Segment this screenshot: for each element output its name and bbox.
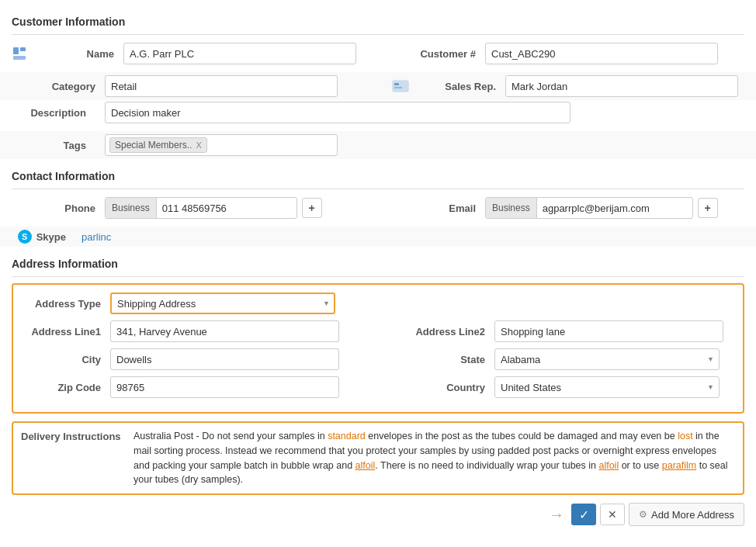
delivery-label: Delivery Instructions: [21, 431, 121, 442]
add-email-button[interactable]: +: [698, 198, 718, 218]
tags-row: Tags Special Members.. X: [0, 131, 756, 159]
tag-label: Special Members..: [115, 140, 192, 151]
tag-special-members: Special Members.. X: [109, 137, 207, 153]
tags-container: Special Members.. X: [105, 134, 338, 156]
state-label: State: [405, 354, 494, 365]
email-input-group: Business: [485, 197, 693, 219]
address-info-title: Address Information: [12, 258, 744, 270]
city-state-row: City State Alabama Alaska Arizona Califo…: [25, 348, 731, 370]
address-type-row: Address Type Shipping Address Billing Ad…: [25, 293, 731, 314]
contact-divider: [12, 189, 744, 189]
addr-line1-label: Address Line1: [25, 326, 110, 338]
sales-rep-input[interactable]: [505, 75, 738, 97]
address-type-select[interactable]: Shipping Address Billing Address Other: [110, 293, 335, 314]
gear-icon: ⚙: [639, 509, 647, 520]
category-input[interactable]: [105, 75, 338, 97]
state-select-wrapper: Alabama Alaska Arizona California Texas: [494, 348, 720, 370]
description-input[interactable]: [105, 102, 570, 123]
addr-line2-label: Address Line2: [405, 326, 494, 338]
add-phone-button[interactable]: +: [302, 198, 322, 218]
city-label: City: [25, 354, 110, 365]
category-label: Category: [12, 81, 105, 92]
skype-row: S Skype parlinc: [0, 227, 756, 247]
zip-input[interactable]: [110, 376, 339, 398]
sales-rep-col-right: Sales Rep.: [392, 75, 744, 97]
name-label: Name: [30, 48, 123, 60]
state-select[interactable]: Alabama Alaska Arizona California Texas: [494, 348, 720, 370]
cancel-button[interactable]: ✕: [600, 504, 625, 525]
category-col-left: Category: [12, 75, 392, 97]
customer-divider: [12, 34, 744, 35]
svg-rect-1: [20, 47, 26, 51]
bottom-actions: → ✓ ✕ ⚙ Add More Address: [12, 503, 744, 526]
customer-icon: [12, 46, 27, 61]
name-row: Name Customer #: [12, 41, 744, 66]
country-label: Country: [405, 382, 494, 393]
zip-country-row: Zip Code Country United States Canada Un…: [25, 376, 731, 398]
skype-col: S Skype parlinc: [12, 230, 392, 244]
arrow-icon: →: [549, 506, 564, 524]
category-row: Category Sales Rep.: [0, 72, 756, 100]
confirm-button[interactable]: ✓: [571, 504, 596, 525]
svg-rect-5: [394, 87, 402, 88]
address-lines-row: Address Line1 Address Line2: [25, 320, 731, 342]
customer-num-label: Customer #: [392, 48, 485, 60]
description-row: Description: [12, 100, 744, 125]
cancel-icon: ✕: [608, 508, 617, 521]
skype-label: Skype: [36, 231, 75, 243]
delivery-instructions-box: Delivery Instructions Australia Post - D…: [12, 421, 744, 495]
tags-label: Tags: [64, 140, 95, 151]
country-select-wrapper: United States Canada United Kingdom Aust…: [494, 376, 720, 398]
skype-icon: S: [18, 230, 32, 244]
addr-line2-input[interactable]: [494, 320, 723, 342]
email-col: Email Business +: [392, 197, 744, 219]
country-select[interactable]: United States Canada United Kingdom Aust…: [494, 376, 720, 398]
address-form-section: Address Type Shipping Address Billing Ad…: [12, 283, 744, 414]
zip-label: Zip Code: [25, 382, 110, 393]
sales-rep-label: Sales Rep.: [412, 81, 505, 92]
city-input[interactable]: [110, 348, 339, 370]
phone-email-row: Phone Business + Email Business +: [12, 196, 744, 220]
delivery-text: Australia Post - Do not send your sample…: [134, 429, 735, 487]
sales-rep-icon: [392, 80, 409, 92]
address-type-label: Address Type: [25, 298, 110, 310]
email-label: Email: [392, 203, 485, 214]
customer-info-title: Customer Information: [12, 16, 744, 28]
contact-info-title: Contact Information: [12, 170, 744, 182]
address-type-select-wrapper: Shipping Address Billing Address Other: [110, 293, 335, 314]
phone-input-group: Business: [105, 197, 297, 219]
phone-input[interactable]: [157, 199, 297, 217]
svg-rect-0: [13, 47, 19, 54]
check-icon: ✓: [579, 507, 589, 522]
phone-label: Phone: [12, 203, 105, 214]
svg-rect-2: [13, 56, 26, 60]
name-input[interactable]: [123, 43, 356, 64]
name-col-left: Name: [12, 43, 392, 64]
tag-close-icon[interactable]: X: [196, 140, 201, 150]
customer-num-col-right: Customer #: [392, 43, 744, 64]
skype-link[interactable]: parlinc: [81, 231, 111, 243]
svg-rect-4: [394, 83, 399, 85]
address-divider: [12, 276, 744, 277]
email-input[interactable]: [537, 199, 692, 217]
description-label: Description: [30, 107, 95, 119]
phone-col: Phone Business +: [12, 197, 392, 219]
customer-num-input[interactable]: [485, 43, 718, 64]
svg-rect-3: [393, 81, 408, 92]
add-more-address-button[interactable]: ⚙ Add More Address: [629, 503, 744, 526]
main-container: Customer Information Name Customer # Cat…: [0, 0, 756, 547]
email-type-badge: Business: [486, 198, 537, 218]
phone-type-badge: Business: [106, 198, 157, 218]
addr-line1-input[interactable]: [110, 320, 339, 342]
add-address-label: Add More Address: [651, 509, 734, 521]
